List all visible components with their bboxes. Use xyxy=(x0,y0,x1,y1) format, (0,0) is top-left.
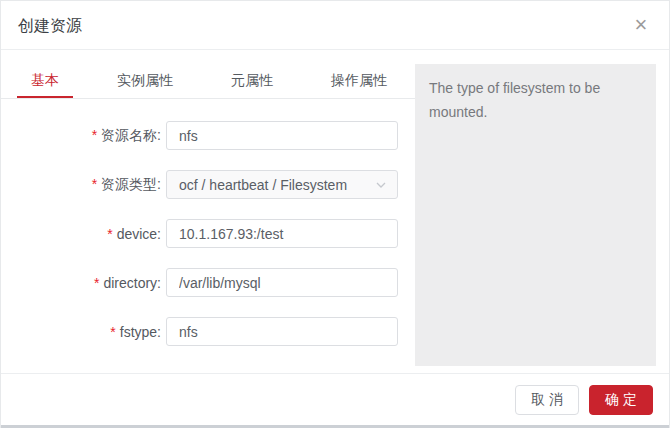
tab-meta-attrs[interactable]: 元属性 xyxy=(217,64,287,98)
resource-name-label: *资源名称: xyxy=(1,127,161,145)
dialog-header: 创建资源 × xyxy=(1,1,669,50)
dialog-footer: 取 消 确 定 xyxy=(1,373,669,425)
directory-label: *directory: xyxy=(1,275,161,291)
resource-form: *资源名称: *资源类型: ocf / heartbeat / Filesyst… xyxy=(1,99,415,346)
required-asterisk: * xyxy=(107,226,112,242)
resource-type-select[interactable]: ocf / heartbeat / Filesystem xyxy=(166,170,398,199)
field-row-fstype: *fstype: xyxy=(1,317,415,346)
create-resource-dialog: 创建资源 × 基本 实例属性 元属性 操作属性 *资源名称: *资源类型: xyxy=(0,0,670,428)
close-icon[interactable]: × xyxy=(627,11,655,39)
chevron-down-icon xyxy=(375,179,387,191)
directory-input[interactable] xyxy=(166,268,398,297)
required-asterisk: * xyxy=(110,324,115,340)
required-asterisk: * xyxy=(92,127,97,143)
resource-type-selected-value: ocf / heartbeat / Filesystem xyxy=(179,177,347,193)
fstype-label: *fstype: xyxy=(1,324,161,340)
resource-name-input[interactable] xyxy=(166,121,398,150)
resource-type-label: *资源类型: xyxy=(1,176,161,194)
cancel-button[interactable]: 取 消 xyxy=(515,385,579,415)
tab-bar: 基本 实例属性 元属性 操作属性 xyxy=(1,64,415,99)
dialog-title: 创建资源 xyxy=(18,17,82,34)
tab-basic[interactable]: 基本 xyxy=(17,64,73,98)
field-row-directory: *directory: xyxy=(1,268,415,297)
tab-operation-attrs[interactable]: 操作属性 xyxy=(317,64,401,98)
field-row-device: *device: xyxy=(1,219,415,248)
fstype-input[interactable] xyxy=(166,317,398,346)
confirm-button[interactable]: 确 定 xyxy=(589,385,653,415)
field-row-resource-type: *资源类型: ocf / heartbeat / Filesystem xyxy=(1,170,415,199)
required-asterisk: * xyxy=(94,275,99,291)
dialog-body: 基本 实例属性 元属性 操作属性 *资源名称: *资源类型: ocf / he xyxy=(1,50,669,366)
tab-instance-attrs[interactable]: 实例属性 xyxy=(103,64,187,98)
device-label: *device: xyxy=(1,226,161,242)
device-input[interactable] xyxy=(166,219,398,248)
help-panel: The type of filesystem to be mounted. xyxy=(415,64,656,366)
field-row-resource-name: *资源名称: xyxy=(1,121,415,150)
main-column: 基本 实例属性 元属性 操作属性 *资源名称: *资源类型: ocf / he xyxy=(1,50,415,366)
required-asterisk: * xyxy=(92,176,97,192)
